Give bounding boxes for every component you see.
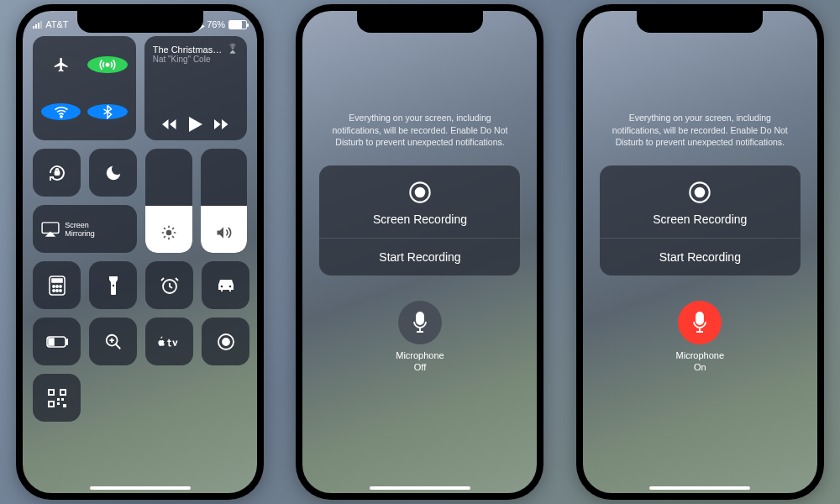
svg-point-38 — [696, 188, 705, 197]
microphone-toggle-button[interactable] — [678, 301, 722, 344]
wifi-button[interactable] — [41, 103, 81, 120]
card-title: Screen Recording — [373, 213, 467, 226]
screen-mirroring-button[interactable]: Screen Mirroring — [33, 205, 137, 253]
control-center: The Christmas… Nat "King" Cole — [23, 29, 257, 428]
forward-icon[interactable] — [214, 118, 229, 130]
orientation-lock-icon — [47, 163, 67, 183]
svg-point-16 — [220, 285, 223, 287]
cellular-icon — [99, 56, 116, 73]
driving-button[interactable] — [202, 261, 249, 309]
track-title: The Christmas… — [153, 45, 223, 55]
apple-tv-icon — [156, 335, 183, 349]
orientation-lock-button[interactable] — [33, 149, 81, 197]
svg-rect-32 — [57, 402, 60, 405]
volume-icon — [215, 224, 232, 241]
signal-bars-icon — [33, 21, 42, 29]
flashlight-button[interactable] — [89, 261, 137, 309]
svg-point-11 — [52, 289, 54, 291]
alarm-button[interactable] — [145, 261, 193, 309]
svg-rect-20 — [49, 339, 54, 345]
carrier-label: AT&T — [45, 19, 68, 29]
start-recording-button[interactable]: Start Recording — [600, 238, 801, 276]
microphone-icon — [691, 312, 708, 333]
record-icon — [688, 181, 711, 204]
notch — [77, 11, 203, 33]
volume-slider[interactable] — [201, 149, 248, 253]
low-power-button[interactable] — [33, 318, 81, 365]
svg-rect-31 — [61, 398, 64, 401]
svg-point-0 — [106, 63, 108, 66]
card-title: Screen Recording — [653, 213, 747, 226]
svg-point-13 — [59, 289, 60, 291]
svg-rect-30 — [57, 398, 60, 401]
home-indicator[interactable] — [90, 486, 191, 490]
svg-point-35 — [416, 188, 425, 197]
qr-icon — [48, 389, 66, 407]
microphone-state: On — [676, 361, 724, 373]
magnifier-button[interactable] — [89, 318, 137, 365]
home-indicator[interactable] — [370, 486, 470, 490]
screen: Everything on your screen, including not… — [302, 11, 537, 493]
record-hint-text: Everything on your screen, including not… — [319, 112, 520, 149]
wifi-icon — [53, 103, 70, 120]
notch — [637, 11, 763, 33]
calculator-button[interactable] — [33, 261, 81, 309]
svg-rect-3 — [55, 171, 59, 175]
svg-point-14 — [112, 284, 113, 286]
record-hint-text: Everything on your screen, including not… — [600, 112, 801, 149]
record-icon — [408, 181, 432, 204]
microphone-toggle-button[interactable] — [398, 301, 442, 344]
svg-point-8 — [52, 285, 54, 286]
svg-point-9 — [55, 285, 57, 286]
start-recording-button[interactable]: Start Recording — [319, 238, 520, 276]
screen: Everything on your screen, including not… — [583, 11, 817, 493]
microphone-label: Microphone Off — [396, 349, 444, 374]
microphone-icon — [412, 312, 428, 333]
svg-point-23 — [223, 339, 229, 345]
home-indicator[interactable] — [649, 486, 750, 490]
screen-record-button[interactable] — [202, 318, 249, 365]
svg-point-1 — [60, 116, 62, 118]
low-power-icon — [46, 336, 68, 348]
rewind-icon[interactable] — [162, 118, 177, 130]
svg-point-10 — [59, 285, 60, 286]
svg-point-2 — [232, 47, 234, 49]
phone-record-modal-mic-on: Everything on your screen, including not… — [576, 4, 824, 500]
screen-recording-card: Screen Recording Start Recording — [319, 165, 520, 276]
car-icon — [215, 278, 237, 293]
qr-scan-button[interactable] — [33, 374, 81, 422]
screen-mirroring-label: Screen Mirroring — [65, 221, 95, 238]
svg-rect-7 — [52, 279, 62, 282]
connectivity-group[interactable] — [33, 36, 136, 140]
screen: AT&T 76% — [23, 11, 257, 493]
svg-rect-39 — [696, 312, 703, 324]
bluetooth-icon — [100, 104, 115, 119]
alarm-icon — [160, 276, 180, 296]
phone-control-center: AT&T 76% — [16, 4, 264, 500]
brightness-slider[interactable] — [145, 149, 192, 253]
airplay-icon — [227, 43, 239, 55]
now-playing-tile[interactable]: The Christmas… Nat "King" Cole — [144, 36, 248, 140]
bluetooth-button[interactable] — [87, 104, 127, 119]
svg-point-17 — [228, 285, 231, 287]
svg-point-5 — [166, 230, 172, 236]
battery-pct: 76% — [207, 19, 225, 29]
track-artist: Nat "King" Cole — [153, 55, 223, 64]
svg-rect-36 — [417, 312, 423, 324]
do-not-disturb-button[interactable] — [89, 149, 137, 197]
svg-rect-25 — [50, 391, 53, 394]
svg-rect-29 — [50, 402, 53, 406]
svg-rect-33 — [63, 404, 66, 407]
apple-tv-button[interactable] — [145, 318, 193, 365]
cellular-data-button[interactable] — [87, 56, 127, 73]
svg-point-12 — [55, 289, 57, 291]
svg-rect-27 — [61, 391, 65, 394]
microphone-label: Microphone On — [676, 349, 724, 374]
notch — [357, 11, 483, 33]
airplane-mode-button[interactable] — [41, 56, 81, 73]
svg-rect-19 — [66, 339, 68, 344]
screen-recording-card: Screen Recording Start Recording — [600, 165, 801, 276]
play-icon[interactable] — [189, 117, 202, 132]
phone-record-modal-mic-off: Everything on your screen, including not… — [296, 4, 543, 500]
airplane-icon — [53, 56, 70, 73]
